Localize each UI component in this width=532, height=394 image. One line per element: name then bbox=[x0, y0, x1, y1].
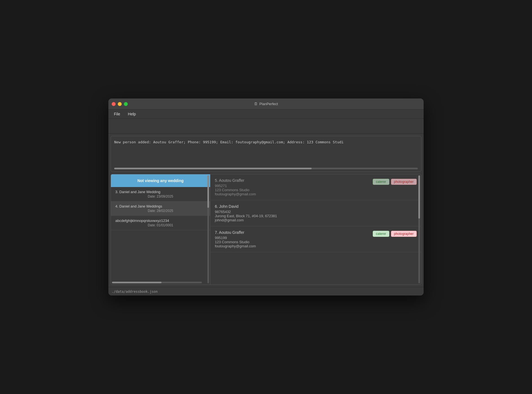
titlebar: 🗓 PlanPerfect bbox=[108, 98, 424, 110]
tag-caterer-5[interactable]: caterer bbox=[373, 179, 389, 185]
tag-caterer-7[interactable]: caterer bbox=[373, 231, 389, 237]
contact-name-6: 6. John David bbox=[215, 204, 277, 209]
maximize-button[interactable] bbox=[124, 102, 128, 106]
contact-info-6: 6. John David 98765432 Jurong East, Bloc… bbox=[215, 204, 277, 222]
sidebar-scrollbar-h-thumb bbox=[112, 282, 161, 283]
statusbar-path: ./data/addressbook.json bbox=[112, 290, 158, 294]
traffic-lights bbox=[112, 102, 128, 106]
tag-photographer-7[interactable]: photographer bbox=[391, 231, 417, 237]
sidebar-scrollbar-h[interactable] bbox=[112, 282, 202, 283]
contact-phone-5: 995271 bbox=[215, 184, 256, 188]
wedding-date-4: Date: 28/02/2025 bbox=[115, 209, 206, 213]
wedding-title-4: 4. Daniel and Jane Weddings bbox=[115, 204, 206, 208]
contact-address-7: 123 Commons Studio bbox=[215, 240, 256, 244]
wedding-item-4[interactable]: 4. Daniel and Jane Weddings Date: 28/02/… bbox=[111, 201, 210, 216]
contact-tags-5: caterer photographer bbox=[373, 179, 417, 185]
app-icon: 🗓 bbox=[254, 102, 258, 106]
contact-address-6: Jurong East, Block 71, #04-19, 672381 bbox=[215, 214, 277, 218]
menu-help[interactable]: Help bbox=[127, 111, 137, 117]
contact-tags-7: caterer photographer bbox=[373, 231, 417, 237]
contact-name-7: 7. Aoutou Graffer bbox=[215, 230, 256, 235]
contact-name-5: 5. Aoutou Graffer bbox=[215, 178, 256, 183]
main-area: Not viewing any wedding 3. Daniel and Ja… bbox=[111, 174, 421, 285]
contact-info-7: 7. Aoutou Graffer 995199 123 Commons Stu… bbox=[215, 230, 256, 248]
contacts-panel: 5. Aoutou Graffer 995271 123 Commons Stu… bbox=[210, 174, 421, 284]
toolbar bbox=[108, 119, 424, 134]
wedding-title-3: 3. Daniel and Jane Wedding bbox=[115, 190, 206, 194]
app-window: 🗓 PlanPerfect File Help New person added… bbox=[108, 98, 424, 296]
statusbar: ./data/addressbook.json bbox=[108, 287, 424, 296]
contact-phone-6: 98765432 bbox=[215, 210, 277, 214]
log-scrollbar-thumb bbox=[114, 168, 312, 169]
sidebar-scrollbar-v[interactable] bbox=[207, 175, 209, 283]
wedding-date-3: Date: 23/09/2025 bbox=[115, 195, 206, 198]
close-button[interactable] bbox=[112, 102, 116, 106]
wedding-title-abc: abcdefghijklmnopqrstuvwxyz1234 bbox=[115, 219, 206, 223]
contacts-scrollbar-v-thumb bbox=[418, 175, 420, 219]
not-viewing-label: Not viewing any wedding bbox=[137, 178, 184, 183]
wedding-item-3[interactable]: 3. Daniel and Jane Wedding Date: 23/09/2… bbox=[111, 187, 210, 201]
contact-item-7[interactable]: 7. Aoutou Graffer 995199 123 Commons Stu… bbox=[210, 226, 421, 252]
minimize-button[interactable] bbox=[118, 102, 122, 106]
log-area: New person added: Aoutou Graffer; Phone:… bbox=[111, 136, 421, 172]
contact-address-5: 123 Commons Studio bbox=[215, 188, 256, 192]
menu-file[interactable]: File bbox=[113, 111, 121, 117]
tag-photographer-5[interactable]: photographer bbox=[391, 179, 417, 185]
window-title: 🗓 PlanPerfect bbox=[254, 102, 278, 106]
contact-email-5: foutougraphy@gmail.com bbox=[215, 192, 256, 196]
contact-item-5[interactable]: 5. Aoutou Graffer 995271 123 Commons Stu… bbox=[210, 174, 421, 200]
wedding-item-abc[interactable]: abcdefghijklmnopqrstuvwxyz1234 Date: 01/… bbox=[111, 216, 210, 230]
not-viewing-banner: Not viewing any wedding bbox=[111, 174, 210, 187]
contact-phone-7: 995199 bbox=[215, 236, 256, 240]
log-scrollbar[interactable] bbox=[114, 168, 418, 169]
log-text: New person added: Aoutou Graffer; Phone:… bbox=[114, 139, 418, 145]
contact-email-6: johnd@gmail.com bbox=[215, 218, 277, 222]
contacts-scrollbar-v[interactable] bbox=[418, 175, 420, 283]
contact-item-6[interactable]: 6. John David 98765432 Jurong East, Bloc… bbox=[210, 200, 421, 226]
sidebar: Not viewing any wedding 3. Daniel and Ja… bbox=[111, 174, 210, 284]
menubar: File Help bbox=[108, 110, 424, 119]
contact-info-5: 5. Aoutou Graffer 995271 123 Commons Stu… bbox=[215, 178, 256, 196]
sidebar-scrollbar-v-thumb bbox=[207, 175, 209, 208]
wedding-date-abc: Date: 01/01/0001 bbox=[115, 223, 206, 227]
contact-email-7: foutougraphy@gmail.com bbox=[215, 244, 256, 248]
